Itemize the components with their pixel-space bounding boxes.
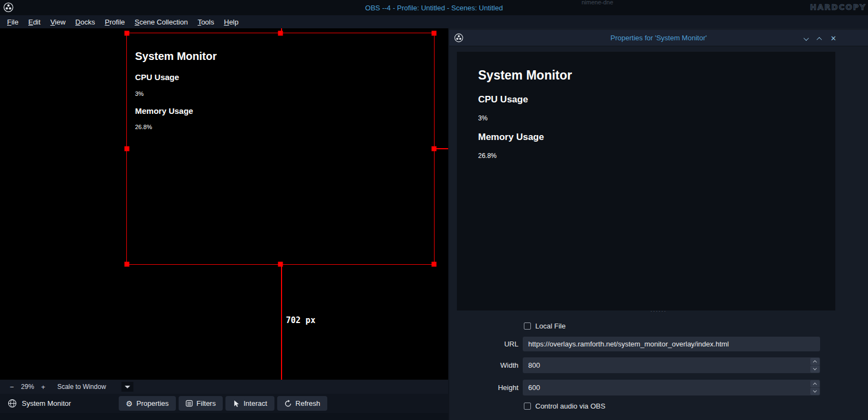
interact-button[interactable]: Interact	[225, 396, 274, 411]
guide-line-bottom	[281, 265, 282, 380]
properties-dock: Properties for 'System Monitor' ✕ System…	[449, 28, 868, 420]
zoom-level: 29%	[19, 383, 37, 391]
source-action-buttons: ⚙ Properties Filters Interact	[119, 396, 327, 411]
width-value: 800	[528, 361, 540, 369]
chevron-down-icon	[125, 386, 130, 388]
resize-handle-top-center[interactable]	[278, 31, 283, 36]
menu-tools[interactable]: Tools	[193, 16, 219, 28]
resize-handle-bottom-center[interactable]	[278, 262, 283, 267]
canvas-overlay-title: System Monitor	[135, 50, 217, 63]
chevron-up-icon	[817, 36, 822, 42]
refresh-icon	[284, 400, 292, 407]
filter-icon	[186, 400, 193, 407]
height-value: 600	[528, 384, 540, 392]
preview-memory-usage-label: Memory Usage	[478, 132, 544, 143]
window-title: OBS --4 - Profile: Untitled - Scenes: Un…	[365, 4, 503, 12]
properties-button[interactable]: ⚙ Properties	[119, 396, 176, 411]
bottom-strip	[0, 413, 448, 420]
control-audio-checkbox[interactable]	[524, 403, 531, 410]
resize-handle-top-right[interactable]	[432, 31, 437, 36]
url-input[interactable]: https://overlays.ramforth.net/system_mon…	[523, 337, 820, 351]
menu-help[interactable]: Help	[219, 16, 243, 28]
zoom-in-button[interactable]: +	[37, 383, 50, 391]
zoom-out-button[interactable]: −	[5, 383, 19, 391]
menu-view[interactable]: View	[45, 16, 70, 28]
filters-button[interactable]: Filters	[179, 396, 223, 411]
canvas-cpu-usage-value: 3%	[135, 90, 144, 97]
width-spin-up-button[interactable]	[810, 358, 820, 365]
filters-button-label: Filters	[197, 399, 216, 407]
menu-file[interactable]: File	[2, 16, 23, 28]
collapse-down-button[interactable]	[804, 34, 808, 42]
resize-handle-middle-left[interactable]	[125, 147, 130, 151]
selected-source-name[interactable]: System Monitor	[22, 399, 71, 407]
obs-dock-icon	[454, 33, 463, 42]
menu-docks[interactable]: Docks	[70, 16, 100, 28]
resize-handle-bottom-right[interactable]	[432, 262, 437, 267]
preview-overlay-title: System Monitor	[478, 68, 572, 83]
local-file-label: Local File	[535, 322, 566, 330]
watermark-corner-text: HARDCOPY	[810, 3, 866, 11]
guide-line-right	[435, 148, 448, 149]
canvas-memory-usage-label: Memory Usage	[135, 106, 193, 115]
preview-cpu-usage-label: CPU Usage	[478, 94, 528, 105]
width-spin-down-button[interactable]	[810, 366, 820, 373]
properties-preview: System Monitor CPU Usage 3% Memory Usage…	[457, 52, 835, 311]
zoom-bar: − 29% + Scale to Window	[0, 380, 448, 394]
close-dock-button[interactable]: ✕	[830, 35, 836, 42]
obs-logo-icon	[3, 2, 14, 13]
scale-mode-label[interactable]: Scale to Window	[57, 383, 106, 391]
dock-title: Properties for 'System Monitor'	[610, 34, 707, 42]
preview-memory-usage-value: 26.8%	[478, 152, 497, 160]
window-titlebar: OBS --4 - Profile: Untitled - Scenes: Un…	[0, 0, 868, 15]
interact-button-label: Interact	[243, 399, 267, 407]
height-spin-up-button[interactable]	[810, 380, 820, 387]
height-label: Height	[449, 384, 518, 392]
cursor-icon	[233, 400, 240, 407]
source-toolbar: System Monitor ⚙ Properties Filters	[0, 394, 448, 413]
refresh-button-label: Refresh	[296, 399, 321, 407]
resize-handle-middle-right[interactable]	[432, 147, 437, 151]
dock-controls: ✕	[804, 30, 836, 46]
source-selection-box[interactable]	[126, 33, 435, 265]
menu-profile[interactable]: Profile	[100, 16, 130, 28]
watermark-text: nimene-dne	[582, 0, 613, 5]
chevron-up-icon	[813, 382, 817, 386]
preview-canvas[interactable]: System Monitor CPU Usage 3% Memory Usage…	[0, 28, 448, 380]
resize-handle-bottom-left[interactable]	[125, 262, 130, 267]
scale-mode-dropdown[interactable]	[121, 382, 133, 392]
canvas-cpu-usage-label: CPU Usage	[135, 72, 179, 82]
gear-icon: ⚙	[126, 400, 133, 407]
properties-button-label: Properties	[137, 399, 169, 407]
width-input[interactable]: 800	[523, 357, 820, 373]
collapse-up-button[interactable]	[817, 34, 821, 42]
url-label: URL	[449, 340, 518, 348]
preview-cpu-usage-value: 3%	[478, 114, 487, 122]
measurement-label: 702 px	[286, 315, 315, 325]
width-label: Width	[449, 361, 518, 369]
menu-bar: File Edit View Docks Profile Scene Colle…	[0, 15, 868, 28]
local-file-checkbox[interactable]	[524, 322, 531, 330]
resize-handle-top-left[interactable]	[125, 31, 130, 36]
browser-source-icon	[8, 399, 17, 408]
dock-titlebar[interactable]: Properties for 'System Monitor' ✕	[449, 30, 868, 46]
splitter-handle[interactable]: ······	[449, 308, 868, 314]
chevron-up-icon	[813, 360, 817, 364]
refresh-button[interactable]: Refresh	[277, 396, 328, 411]
chevron-down-icon	[804, 35, 809, 41]
chevron-down-icon	[813, 389, 817, 393]
height-spin-down-button[interactable]	[810, 388, 820, 395]
menu-scene-collection[interactable]: Scene Collection	[130, 16, 193, 28]
height-input[interactable]: 600	[523, 380, 820, 395]
control-audio-label: Control audio via OBS	[535, 402, 606, 410]
canvas-memory-usage-value: 26.8%	[135, 124, 152, 130]
menu-edit[interactable]: Edit	[23, 16, 45, 28]
chevron-down-icon	[813, 367, 817, 370]
